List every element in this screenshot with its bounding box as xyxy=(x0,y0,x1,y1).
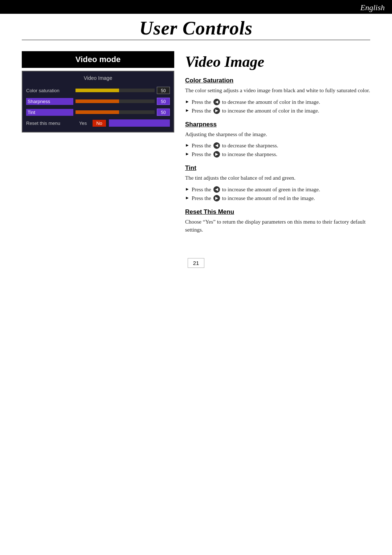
sharpness-row: Sharpness 50 xyxy=(26,98,170,105)
bullet-text: Press the xyxy=(192,185,211,194)
sharpness-section: Sharpness Adjusting the sharpness of the… xyxy=(185,121,370,159)
tint-heading: Tint xyxy=(185,164,370,172)
bullet-arrow-icon: ► xyxy=(185,151,189,158)
tint-slider[interactable] xyxy=(75,110,155,115)
color-saturation-desc: The color setting adjusts a video image … xyxy=(185,86,370,95)
tint-section: Tint The tint adjusts the color balance … xyxy=(185,164,370,203)
bullet-text-end: to increase the amount of color in the i… xyxy=(222,106,319,115)
no-button[interactable]: No xyxy=(93,120,106,127)
video-mode-header: Video mode xyxy=(22,51,174,68)
color-saturation-bullets: ► Press the ◀ to decrease the amount of … xyxy=(185,98,370,115)
tint-bullets: ► Press the ◀ to increase the amount of … xyxy=(185,185,370,203)
right-arrow-icon: ▶ xyxy=(213,107,220,114)
yes-option[interactable]: Yes xyxy=(76,120,90,127)
bullet-text: Press the xyxy=(192,194,211,203)
color-saturation-slider[interactable] xyxy=(75,88,155,93)
bullet-arrow-icon: ► xyxy=(185,98,189,105)
menu-box: Video Image Color saturation 50 Sharpnes… xyxy=(22,71,174,132)
bullet-text: Press the xyxy=(192,141,211,150)
sharpness-label: Sharpness xyxy=(26,98,73,105)
bullet-item: ► Press the ▶ to increase the sharpness. xyxy=(185,150,370,159)
bullet-text-end: to decrease the amount of color in the i… xyxy=(222,98,320,106)
main-content: Video mode Video Image Color saturation … xyxy=(0,48,392,247)
bullet-text-end: to increase the sharpness. xyxy=(222,150,277,159)
reset-section: Reset This Menu Choose “Yes” to return t… xyxy=(185,208,370,234)
bullet-arrow-icon: ► xyxy=(185,186,189,193)
left-arrow-icon: ◀ xyxy=(213,99,220,105)
sharpness-bullets: ► Press the ◀ to decrease the sharpness.… xyxy=(185,141,370,159)
color-saturation-section: Color Saturation The color setting adjus… xyxy=(185,77,370,115)
tint-label: Tint xyxy=(26,109,73,116)
tint-value: 50 xyxy=(157,109,170,116)
reset-heading: Reset This Menu xyxy=(185,208,370,216)
bullet-text: Press the xyxy=(192,98,211,106)
tint-desc: The tint adjusts the color balance of re… xyxy=(185,174,370,182)
english-label: English xyxy=(360,3,385,12)
bullet-item: ► Press the ▶ to increase the amount of … xyxy=(185,194,370,203)
bullet-item: ► Press the ◀ to decrease the sharpness. xyxy=(185,141,370,150)
reset-label: Reset this menu xyxy=(26,121,73,126)
bullet-item: ► Press the ◀ to decrease the amount of … xyxy=(185,98,370,106)
reset-desc: Choose “Yes” to return the display param… xyxy=(185,218,370,234)
bullet-text-end: to increase the amount of green in the i… xyxy=(222,185,320,194)
right-arrow-icon: ▶ xyxy=(213,151,220,158)
tint-row: Tint 50 xyxy=(26,109,170,116)
page-footer: 21 xyxy=(0,258,392,279)
color-saturation-heading: Color Saturation xyxy=(185,77,370,84)
header: English xyxy=(0,0,392,14)
sharpness-slider[interactable] xyxy=(75,99,155,104)
page-title: User Controls xyxy=(0,14,392,40)
reset-row: Reset this menu Yes No xyxy=(26,119,170,127)
bullet-arrow-icon: ► xyxy=(185,107,189,114)
bullet-text-end: to decrease the sharpness. xyxy=(222,141,278,150)
color-saturation-row: Color saturation 50 xyxy=(26,87,170,94)
color-saturation-label: Color saturation xyxy=(26,88,73,93)
left-column: Video mode Video Image Color saturation … xyxy=(22,51,174,240)
bullet-item: ► Press the ◀ to increase the amount of … xyxy=(185,185,370,194)
right-arrow-icon: ▶ xyxy=(213,195,220,201)
video-image-title: Video Image xyxy=(185,53,370,70)
sharpness-heading: Sharpness xyxy=(185,121,370,128)
sharpness-value: 50 xyxy=(157,98,170,105)
bullet-arrow-icon: ► xyxy=(185,142,189,149)
bullet-text-end: to increase the amount of red in the ima… xyxy=(222,194,315,203)
left-arrow-icon: ◀ xyxy=(213,186,220,193)
bullet-text: Press the xyxy=(192,106,211,115)
menu-box-title: Video Image xyxy=(26,75,170,81)
bullet-arrow-icon: ► xyxy=(185,195,189,201)
bullet-text: Press the xyxy=(192,150,211,159)
left-arrow-icon: ◀ xyxy=(213,142,220,149)
sharpness-desc: Adjusting the sharpness of the image. xyxy=(185,130,370,139)
title-divider xyxy=(22,40,370,40)
bullet-item: ► Press the ▶ to increase the amount of … xyxy=(185,106,370,115)
color-saturation-value: 50 xyxy=(157,87,170,94)
right-column: Video Image Color Saturation The color s… xyxy=(185,51,370,240)
page-number: 21 xyxy=(188,258,205,268)
